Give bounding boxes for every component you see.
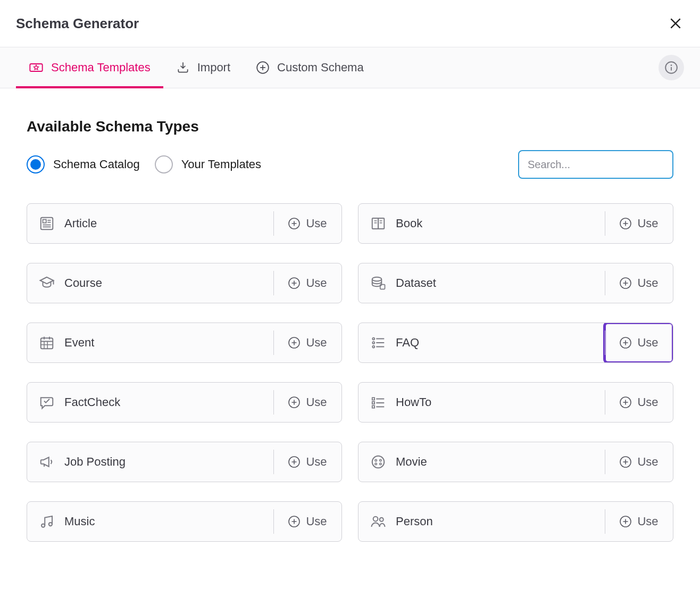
use-button[interactable]: Use — [273, 502, 341, 541]
megaphone-icon — [39, 454, 55, 470]
schema-name: HowTo — [396, 395, 431, 409]
schema-card-body[interactable]: Dataset — [359, 263, 605, 303]
schema-card-body[interactable]: HowTo — [359, 383, 605, 422]
use-label: Use — [306, 336, 327, 350]
close-icon — [669, 16, 682, 30]
schema-card-body[interactable]: Article — [27, 204, 273, 243]
use-button[interactable]: Use — [605, 442, 673, 482]
use-label: Use — [306, 395, 327, 409]
schema-card-body[interactable]: FAQ — [359, 323, 605, 362]
plus-circle-icon — [619, 277, 632, 290]
use-label: Use — [306, 455, 327, 469]
schema-card: EventUse — [27, 322, 342, 363]
use-button[interactable]: Use — [273, 383, 341, 422]
tab-label: Schema Templates — [51, 61, 151, 75]
schema-card-body[interactable]: Book — [359, 204, 605, 243]
tab-schema-templates[interactable]: Schema Templates — [16, 47, 163, 88]
use-button[interactable]: Use — [605, 323, 673, 362]
article-icon — [39, 216, 55, 231]
schema-card-body[interactable]: Course — [27, 263, 273, 303]
search-input[interactable] — [518, 150, 673, 179]
plus-circle-icon — [288, 515, 301, 528]
radio-indicator — [27, 155, 45, 173]
course-icon — [39, 275, 55, 291]
schema-name: Music — [64, 515, 95, 528]
schema-card: PersonUse — [358, 501, 673, 542]
ticket-icon — [29, 60, 44, 75]
use-button[interactable]: Use — [273, 263, 341, 303]
use-button[interactable]: Use — [605, 502, 673, 541]
radio-group: Schema Catalog Your Templates — [27, 155, 261, 173]
schema-card-body[interactable]: Music — [27, 502, 273, 541]
info-button[interactable] — [659, 55, 684, 80]
schema-name: Dataset — [396, 276, 436, 290]
schema-card-body[interactable]: Job Posting — [27, 442, 273, 482]
schema-card: CourseUse — [27, 263, 342, 303]
schema-card: Job PostingUse — [27, 442, 342, 482]
schema-name: Course — [64, 276, 102, 290]
section-title: Available Schema Types — [27, 118, 673, 135]
schema-name: Job Posting — [64, 455, 126, 469]
schema-card-body[interactable]: FactCheck — [27, 383, 273, 422]
use-label: Use — [637, 217, 658, 230]
schema-name: Person — [396, 515, 433, 528]
use-label: Use — [306, 515, 327, 528]
schema-name: FactCheck — [64, 395, 120, 409]
tab-bar: Schema Templates Import Custom Schema — [0, 47, 700, 88]
schema-card: HowToUse — [358, 382, 673, 423]
music-icon — [39, 514, 55, 530]
dataset-icon — [370, 275, 386, 291]
plus-circle-icon — [619, 336, 632, 349]
schema-name: Movie — [396, 455, 427, 469]
radio-label: Schema Catalog — [53, 158, 140, 171]
use-label: Use — [637, 515, 658, 528]
use-button[interactable]: Use — [605, 383, 673, 422]
radio-schema-catalog[interactable]: Schema Catalog — [27, 155, 140, 173]
schema-card-body[interactable]: Event — [27, 323, 273, 362]
use-label: Use — [637, 336, 658, 350]
schema-card-body[interactable]: Person — [359, 502, 605, 541]
tab-label: Import — [197, 61, 230, 75]
use-button[interactable]: Use — [273, 204, 341, 243]
modal-header: Schema Generator — [0, 0, 700, 47]
use-button[interactable]: Use — [605, 204, 673, 243]
person-icon — [370, 514, 386, 530]
use-button[interactable]: Use — [273, 323, 341, 362]
schema-name: Article — [64, 217, 97, 230]
schema-name: Book — [396, 217, 422, 230]
schema-card: DatasetUse — [358, 263, 673, 303]
use-label: Use — [306, 276, 327, 290]
plus-circle-icon — [288, 277, 301, 290]
use-label: Use — [637, 276, 658, 290]
calendar-icon — [39, 335, 55, 351]
schema-name: Event — [64, 336, 94, 350]
info-icon — [664, 61, 678, 75]
modal-title: Schema Generator — [16, 15, 139, 32]
use-button[interactable]: Use — [605, 263, 673, 303]
factcheck-icon — [39, 394, 55, 410]
plus-circle-icon — [619, 515, 632, 528]
schema-card: MusicUse — [27, 501, 342, 542]
schema-card: BookUse — [358, 203, 673, 244]
close-button[interactable] — [667, 15, 684, 32]
use-label: Use — [637, 455, 658, 469]
faq-icon — [370, 335, 386, 351]
radio-your-templates[interactable]: Your Templates — [155, 155, 261, 173]
controls-row: Schema Catalog Your Templates — [27, 150, 673, 179]
plus-circle-icon — [619, 396, 632, 409]
schema-name: FAQ — [396, 336, 419, 350]
radio-indicator — [155, 155, 173, 173]
use-label: Use — [637, 395, 658, 409]
plus-circle-icon — [256, 61, 270, 75]
howto-icon — [370, 394, 386, 410]
schema-card: MovieUse — [358, 442, 673, 482]
use-button[interactable]: Use — [273, 442, 341, 482]
plus-circle-icon — [288, 336, 301, 349]
content-area: Available Schema Types Schema Catalog Yo… — [0, 88, 700, 563]
plus-circle-icon — [619, 456, 632, 468]
schema-card-body[interactable]: Movie — [359, 442, 605, 482]
plus-circle-icon — [288, 217, 301, 230]
tab-import[interactable]: Import — [163, 48, 243, 87]
tab-custom-schema[interactable]: Custom Schema — [243, 48, 377, 87]
plus-circle-icon — [288, 396, 301, 409]
